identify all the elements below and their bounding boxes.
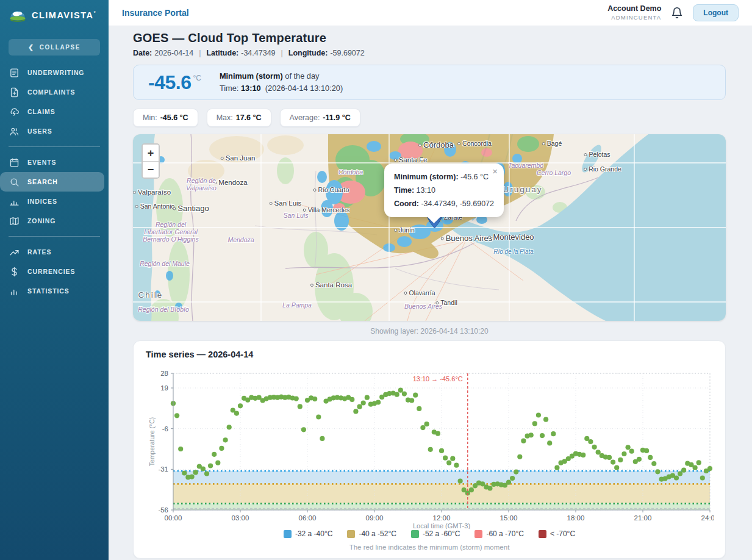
sidebar-item-label: RATES — [27, 248, 51, 256]
svg-text:24:00: 24:00 — [701, 514, 714, 522]
meta-item: Latitude:-34.47349 — [206, 49, 275, 57]
stat-line1-rest: of the day — [283, 71, 320, 81]
sidebar-item-label: EVENTS — [27, 159, 56, 166]
collapse-button[interactable]: ❮ COLLAPSE — [9, 39, 100, 56]
sidebar-item-label: COMPLAINTS — [27, 88, 75, 96]
summary-pills: Min:-45.6 °CMax:17.6 °CAverage:-11.9 °C — [133, 109, 726, 127]
sidebar-nav: UNDERWRITINGCOMPLAINTSCLAIMSUSERSEVENTSS… — [0, 63, 109, 301]
stat-description: Minimum (storm) of the day Time: 13:10 (… — [220, 70, 343, 95]
svg-text:03:00: 03:00 — [232, 514, 249, 522]
brand-name: CLIMAVISTA° — [32, 10, 96, 20]
sidebar-item-label: USERS — [27, 127, 52, 135]
svg-text:28: 28 — [160, 370, 168, 377]
stat-time-extra: (2026-04-14 13:10:20) — [265, 84, 343, 93]
stat-line1-bold: Minimum (storm) — [220, 71, 283, 81]
sidebar-item-search[interactable]: SEARCH — [0, 172, 104, 192]
legend-item: -40 a -52°C — [347, 529, 396, 538]
statistics-icon — [9, 286, 20, 296]
legend-swatch — [474, 530, 482, 538]
stat-time-value: 13:10 — [241, 84, 261, 93]
chart-legend: -32 a -40°C-40 a -52°C-52 a -60°C-60 a -… — [146, 529, 713, 538]
sidebar-item-rates[interactable]: RATES — [0, 242, 109, 262]
top-header: Insurance Portal Account Demo ADMINCUENT… — [109, 0, 752, 26]
svg-text:19: 19 — [160, 384, 168, 392]
timeseries-chart: 13:10 → -45.6°C2819-6-31-5600:0003:0006:… — [146, 361, 714, 529]
sidebar-item-zoning[interactable]: ZONING — [0, 211, 109, 231]
summary-pill-min: Min:-45.6 °C — [133, 109, 198, 127]
timeseries-card: Time series — 2026-04-14 13:10 → -45.6°C… — [133, 340, 726, 559]
underwriting-icon — [9, 68, 20, 78]
sidebar-item-users[interactable]: USERS — [0, 121, 109, 141]
currencies-icon — [9, 267, 20, 277]
app-window: CLIMAVISTA° ❮ COLLAPSE UNDERWRITINGCOMPL… — [0, 0, 752, 560]
svg-text:06:00: 06:00 — [299, 514, 317, 522]
sidebar-item-underwriting[interactable]: UNDERWRITING — [0, 63, 109, 82]
sidebar-item-label: CLAIMS — [27, 108, 56, 115]
sidebar-item-label: UNDERWRITING — [27, 69, 84, 76]
climavista-logo-icon — [9, 6, 27, 24]
legend-swatch — [347, 530, 355, 538]
legend-item: -32 a -40°C — [284, 529, 333, 538]
logout-button[interactable]: Logout — [693, 4, 739, 21]
page-meta: Date:2026-04-14|Latitude:-34.47349|Longi… — [133, 49, 726, 57]
stat-big-value: -45.6°C — [148, 71, 201, 94]
sidebar-item-complaints[interactable]: COMPLAINTS — [0, 82, 109, 102]
chart-title: Time series — 2026-04-14 — [146, 350, 713, 359]
nav-divider — [9, 146, 100, 147]
popup-row: Minimum (storm): -45.6 °C — [394, 171, 494, 184]
events-icon — [9, 157, 20, 168]
chevron-left-icon: ❮ — [28, 43, 35, 51]
meta-item: Longitude:-59.69072 — [288, 49, 365, 57]
zoom-in-button[interactable]: + — [143, 145, 159, 161]
svg-text:Temperature (°C): Temperature (°C) — [148, 417, 156, 467]
meta-item: Date:2026-04-14 — [133, 49, 193, 57]
complaints-icon — [9, 87, 20, 98]
account-role: ADMINCUENTA — [607, 14, 661, 21]
sidebar-item-claims[interactable]: CLAIMS — [0, 102, 109, 121]
legend-item: < -70°C — [539, 529, 575, 538]
summary-pill-average: Average:-11.9 °C — [280, 109, 360, 127]
notifications-bell-icon[interactable] — [671, 7, 683, 19]
legend-swatch — [411, 530, 419, 538]
collapse-label: COLLAPSE — [40, 44, 81, 51]
svg-text:12:00: 12:00 — [433, 514, 451, 522]
sidebar-item-label: ZONING — [27, 217, 56, 224]
users-icon — [9, 126, 20, 137]
popup-close-icon[interactable]: × — [492, 167, 498, 176]
map-card[interactable]: San JuanMendozaValparaísoSan AntonioSant… — [133, 134, 726, 321]
svg-text:-6: -6 — [162, 425, 168, 433]
account-name: Account Demo — [607, 4, 661, 14]
sidebar-item-currencies[interactable]: CURRENCIES — [0, 262, 109, 281]
zoom-out-button[interactable]: − — [143, 161, 159, 178]
popup-row: Time: 13:10 — [394, 184, 494, 198]
svg-text:13:10 → -45.6°C: 13:10 → -45.6°C — [413, 375, 463, 382]
sidebar-item-statistics[interactable]: STATISTICS — [0, 281, 109, 301]
meta-separator: | — [281, 49, 283, 57]
sidebar-item-label: STATISTICS — [27, 287, 70, 295]
svg-text:15:00: 15:00 — [500, 514, 518, 522]
map-popup: × Minimum (storm): -45.6 °CTime: 13:10Co… — [384, 163, 504, 217]
sidebar-item-indices[interactable]: INDICES — [0, 192, 109, 211]
zoning-icon — [9, 216, 20, 226]
chart-caption: The red line indicates the minimum (stor… — [146, 544, 713, 551]
main-content: GOES — Cloud Top Temperature Date:2026-0… — [109, 26, 752, 560]
map-zoom-control: + − — [141, 143, 160, 179]
brand-degree-mark: ° — [93, 10, 96, 16]
minimum-stat-card: -45.6°C Minimum (storm) of the day Time:… — [133, 65, 726, 100]
legend-item: -60 a -70°C — [474, 529, 524, 538]
legend-swatch — [539, 530, 546, 538]
legend-swatch — [284, 530, 292, 538]
sidebar-item-label: SEARCH — [27, 178, 58, 185]
nav-divider — [9, 236, 100, 237]
svg-text:-56: -56 — [158, 506, 168, 514]
popup-content: Minimum (storm): -45.6 °CTime: 13:10Coor… — [394, 171, 494, 211]
page-title: GOES — Cloud Top Temperature — [133, 31, 726, 45]
portal-title-link[interactable]: Insurance Portal — [122, 8, 189, 18]
svg-text:Local time (GMT-3): Local time (GMT-3) — [413, 522, 470, 529]
indices-icon — [9, 196, 20, 207]
legend-item: -52 a -60°C — [411, 529, 460, 538]
sidebar-item-events[interactable]: EVENTS — [0, 153, 109, 172]
sidebar: CLIMAVISTA° ❮ COLLAPSE UNDERWRITINGCOMPL… — [0, 0, 109, 560]
svg-text:-31: -31 — [158, 465, 168, 473]
popup-row: Coord: -34.47349, -59.69072 — [394, 198, 494, 211]
